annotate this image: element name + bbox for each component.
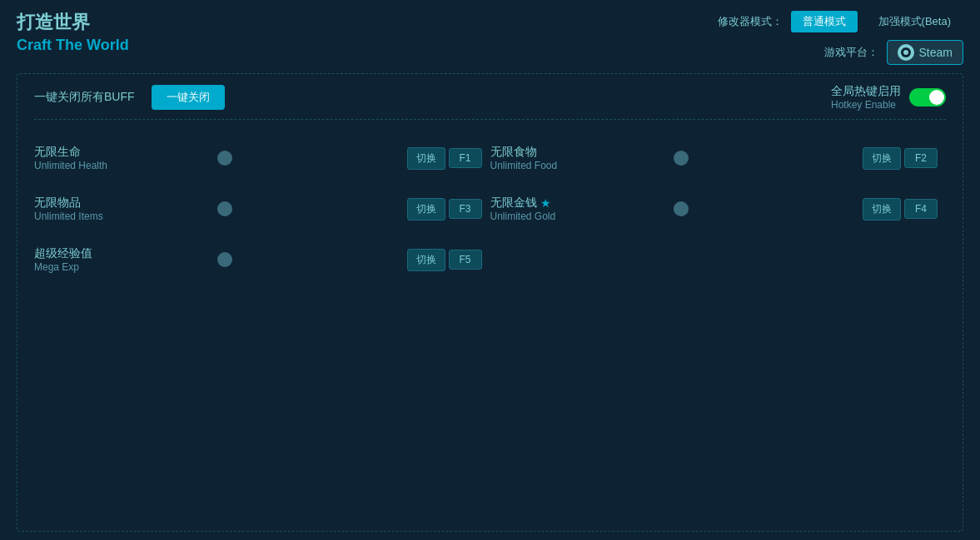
mode-beta-button[interactable]: 加强模式(Beta) — [866, 10, 963, 33]
switch-button[interactable]: 切换 — [407, 147, 445, 170]
cheat-buttons: 切换 F3 — [407, 198, 482, 220]
list-item: 无限生命 Unlimited Health 切换 F1 — [34, 133, 490, 184]
cheat-info: 无限食物 Unlimited Food — [490, 145, 657, 171]
hotkey-label-en: Hotkey Enable — [831, 99, 901, 111]
cheat-name-en: Mega Exp — [34, 261, 201, 273]
cheat-name-cn: 无限物品 — [34, 196, 201, 211]
mode-row: 修改器模式： 普通模式 加强模式(Beta) — [718, 10, 963, 33]
switch-button[interactable]: 切换 — [863, 147, 901, 170]
app-container: 打造世界 Craft The World 修改器模式： 普通模式 加强模式(Be… — [0, 0, 980, 540]
cheat-name-en: Unlimited Gold — [490, 211, 657, 222]
cheat-name-cn: 无限生命 — [34, 145, 201, 160]
list-item: 无限食物 Unlimited Food 切换 F2 — [490, 133, 947, 184]
cheat-info: 超级经验值 Mega Exp — [34, 246, 201, 273]
cheat-buttons: 切换 F5 — [407, 249, 482, 271]
cheat-buttons: 切换 F2 — [863, 147, 938, 170]
game-title-cn: 打造世界 — [17, 10, 129, 35]
cheat-name-cn: 无限食物 — [490, 145, 657, 160]
hotkey-label-cn: 全局热键启用 — [831, 84, 901, 99]
list-item: 超级经验值 Mega Exp 切换 F5 — [34, 235, 490, 285]
content-topbar: 一键关闭所有BUFF 一键关闭 全局热键启用 Hotkey Enable — [34, 84, 946, 120]
title-area: 打造世界 Craft The World — [17, 10, 129, 54]
cheat-toggle[interactable] — [217, 151, 232, 166]
hotkey-row: 全局热键启用 Hotkey Enable — [831, 84, 946, 111]
key-badge: F4 — [904, 199, 938, 219]
key-badge: F3 — [449, 199, 482, 219]
cheat-buttons: 切换 F4 — [863, 198, 938, 220]
key-badge: F5 — [449, 250, 482, 270]
switch-button[interactable]: 切换 — [407, 249, 445, 271]
cheat-toggle[interactable] — [217, 252, 232, 267]
empty-cell — [490, 235, 947, 285]
key-badge: F1 — [449, 148, 482, 168]
main-content: 一键关闭所有BUFF 一键关闭 全局热键启用 Hotkey Enable 无限生… — [17, 73, 963, 532]
platform-name: Steam — [919, 46, 953, 59]
cheat-name-en: Unlimited Health — [34, 160, 201, 171]
hotkey-toggle[interactable] — [909, 88, 946, 107]
switch-button[interactable]: 切换 — [407, 198, 445, 220]
header: 打造世界 Craft The World 修改器模式： 普通模式 加强模式(Be… — [0, 0, 980, 65]
game-title-en: Craft The World — [17, 37, 129, 54]
list-item: 无限金钱 ★ Unlimited Gold 切换 F4 — [490, 184, 947, 235]
steam-icon — [898, 44, 914, 61]
list-item: 无限物品 Unlimited Items 切换 F3 — [34, 184, 490, 235]
cheat-info: 无限生命 Unlimited Health — [34, 145, 201, 171]
key-badge: F2 — [904, 148, 938, 168]
cheat-info: 无限物品 Unlimited Items — [34, 196, 201, 222]
mode-normal-button[interactable]: 普通模式 — [791, 11, 858, 32]
cheat-toggle[interactable] — [217, 201, 232, 216]
star-icon: ★ — [540, 196, 551, 210]
cheat-name-cn: 无限金钱 — [490, 196, 537, 211]
header-right: 修改器模式： 普通模式 加强模式(Beta) 游戏平台： Steam — [718, 10, 963, 65]
cheat-toggle[interactable] — [674, 151, 689, 166]
svg-point-1 — [903, 50, 908, 55]
cheat-name-en: Unlimited Food — [490, 160, 657, 171]
switch-button[interactable]: 切换 — [863, 198, 901, 220]
disable-all-button[interactable]: 一键关闭 — [152, 85, 225, 110]
buff-label: 一键关闭所有BUFF — [34, 90, 135, 105]
steam-badge: Steam — [887, 40, 963, 65]
cheats-grid: 无限生命 Unlimited Health 切换 F1 无限食物 Unlimit… — [34, 133, 946, 285]
platform-label: 游戏平台： — [824, 45, 878, 60]
toggle-knob — [929, 90, 944, 105]
mode-label: 修改器模式： — [718, 14, 783, 29]
hotkey-labels: 全局热键启用 Hotkey Enable — [831, 84, 901, 111]
cheat-name-cn: 超级经验值 — [34, 246, 201, 261]
cheat-buttons: 切换 F1 — [407, 147, 482, 170]
cheat-name-en: Unlimited Items — [34, 211, 201, 222]
cheat-info: 无限金钱 ★ Unlimited Gold — [490, 196, 657, 222]
cheat-toggle[interactable] — [674, 201, 689, 216]
platform-row: 游戏平台： Steam — [824, 40, 963, 65]
